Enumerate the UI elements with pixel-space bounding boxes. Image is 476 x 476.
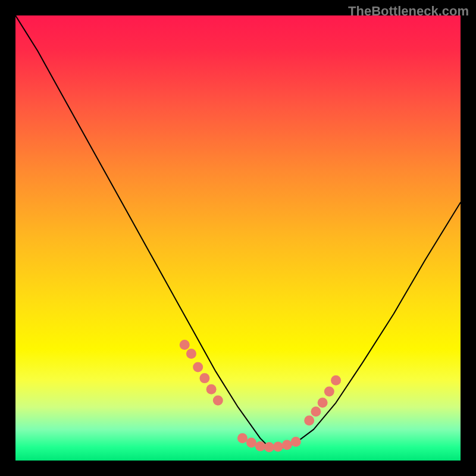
data-point <box>186 349 196 359</box>
curve-path <box>15 15 461 447</box>
data-point <box>318 397 328 408</box>
plot-area <box>15 15 461 461</box>
data-point <box>180 340 190 350</box>
data-points <box>180 340 341 452</box>
data-point <box>237 433 248 443</box>
data-point <box>273 441 283 452</box>
data-point <box>282 440 292 450</box>
data-point <box>206 384 217 394</box>
data-point <box>193 362 203 372</box>
data-point <box>331 375 341 386</box>
data-point <box>304 415 314 425</box>
data-point <box>246 438 256 448</box>
data-point <box>291 437 301 447</box>
watermark-text: TheBottleneck.com <box>348 4 469 19</box>
data-point <box>213 396 223 406</box>
data-point <box>324 387 334 397</box>
chart-svg <box>15 15 461 461</box>
data-point <box>199 373 209 383</box>
data-point <box>311 406 321 416</box>
bottleneck-curve-path <box>15 15 461 447</box>
data-point <box>255 441 265 452</box>
data-point <box>264 442 274 452</box>
